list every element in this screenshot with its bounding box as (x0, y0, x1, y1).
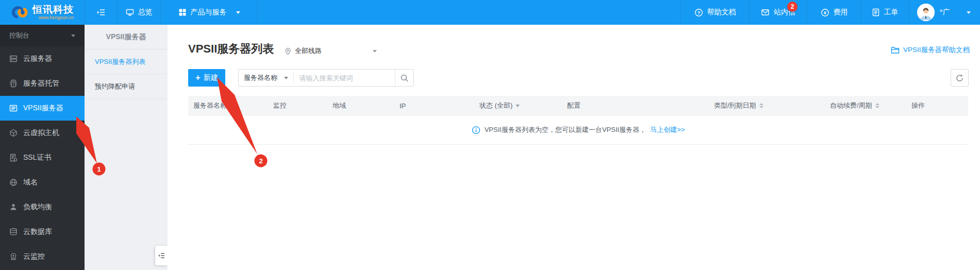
column-server-name: 服务器名称 (193, 96, 234, 115)
sidebar-item-server-hosting[interactable]: 服务器托管 (0, 71, 85, 96)
refresh-button[interactable] (951, 69, 969, 87)
console-selector[interactable]: 控制台 (0, 25, 85, 46)
refresh-icon (955, 74, 964, 82)
logo[interactable]: 恒讯科技 www.hengxun.cn (0, 0, 85, 25)
search-button[interactable] (395, 70, 413, 86)
sidebar-item-vpsii-server[interactable]: VPSII服务器 (0, 96, 85, 121)
vpsii-list-icon (9, 104, 18, 112)
svg-text:?: ? (697, 10, 700, 15)
nav-help-docs[interactable]: ? 帮助文档 (680, 0, 749, 25)
line-filter-select[interactable]: 全部线路 (284, 46, 377, 56)
messages-count-badge: 2 (787, 2, 798, 12)
sidebar-item-label: 服务器托管 (23, 79, 59, 88)
nav-fees[interactable]: ¥ 费用 (807, 0, 861, 25)
webcam-icon (9, 252, 18, 261)
yuan-circle-icon: ¥ (821, 8, 829, 17)
collapse-icon (96, 8, 105, 16)
empty-state-text: VPSII服务器列表为空，您可以新建一台VPSII服务器， (485, 125, 646, 134)
sidebar: 控制台 云服务器 服务器托 (0, 25, 85, 270)
column-region: 地域 (333, 96, 346, 115)
sort-icon[interactable] (759, 103, 763, 108)
sidebar-item-cloud-database[interactable]: 云数据库 (0, 220, 85, 244)
avatar (917, 4, 935, 21)
column-ip: IP (400, 96, 406, 115)
sidebar-item-cloud-server[interactable]: 云服务器 (0, 46, 85, 71)
column-monitoring: 监控 (273, 96, 287, 115)
ticket-doc-icon (872, 8, 880, 16)
sidebar-item-ssl-cert[interactable]: SSL证书 (0, 145, 85, 170)
submenu-title: VPSII服务器 (85, 25, 168, 49)
column-actions: 操作 (911, 96, 925, 115)
svg-text:¥: ¥ (823, 9, 826, 15)
empty-state: VPSII服务器列表为空，您可以新建一台VPSII服务器， 马上创建>> (188, 115, 968, 145)
nav-help-label: 帮助文档 (707, 8, 736, 17)
menu-collapse-icon (158, 252, 165, 259)
submenu-item-label: 预约降配申请 (95, 82, 135, 91)
sidebar-item-load-balancer[interactable]: 负载均衡 (0, 195, 85, 220)
logo-url: www.hengxun.cn (32, 15, 74, 20)
info-icon (472, 126, 480, 134)
sidebar-item-cloud-monitoring[interactable]: 云监控 (0, 244, 85, 269)
submenu-collapse-toggle[interactable] (155, 246, 168, 265)
vpsii-help-label: VPSII服务器帮助文档 (903, 45, 970, 55)
line-filter-chevron-icon (373, 50, 377, 53)
create-now-link[interactable]: 马上创建>> (650, 125, 685, 134)
submenu-item-downgrade-request[interactable]: 预约降配申请 (85, 74, 168, 99)
search-group: 服务器名称 (238, 69, 414, 87)
sort-icon[interactable] (230, 103, 234, 108)
app-root: 恒讯科技 www.hengxun.cn 总览 (0, 0, 980, 270)
nav-overview-label: 总览 (138, 8, 153, 17)
line-filter-value: 全部线路 (295, 46, 322, 56)
certificate-icon (9, 154, 18, 162)
sidebar-item-cloud-vhost[interactable]: 云虚拟主机 (0, 121, 85, 145)
main-content: VPSII服务器列表 全部线路 VPSII服务器帮助文档 (168, 25, 980, 270)
nav-overview[interactable]: 总览 (118, 0, 161, 25)
grid-icon (178, 8, 187, 16)
console-label: 控制台 (9, 31, 29, 40)
plus-icon: + (195, 74, 200, 82)
cloud-server-icon (9, 55, 18, 63)
submenu-item-vpsii-list[interactable]: VPSII服务器列表 (85, 49, 168, 74)
folder-icon (891, 46, 900, 54)
search-field-chevron-icon (284, 77, 288, 79)
sidebar-item-label: 云服务器 (23, 54, 52, 63)
nav-tickets[interactable]: 工单 (861, 0, 908, 25)
topbar: 恒讯科技 www.hengxun.cn 总览 (0, 0, 980, 25)
cube-icon (9, 129, 18, 137)
submenu-item-label: VPSII服务器列表 (95, 57, 145, 66)
location-pin-icon (284, 47, 292, 55)
create-button[interactable]: + 新建 (188, 69, 225, 87)
sidebar-item-label: 云数据库 (23, 227, 52, 237)
server-hosting-icon (9, 79, 18, 88)
nav-fees-label: 费用 (834, 8, 848, 17)
nav-tickets-label: 工单 (884, 8, 899, 17)
monitor-icon (126, 8, 134, 16)
column-configuration: 配置 (567, 96, 580, 115)
user-menu[interactable]: *广 (908, 0, 980, 25)
submenu: VPSII服务器 VPSII服务器列表 预约降配申请 (85, 25, 168, 270)
vpsii-help-link[interactable]: VPSII服务器帮助文档 (891, 45, 970, 55)
person-icon (9, 203, 18, 211)
logo-mark-icon (10, 3, 29, 22)
search-field-select[interactable]: 服务器名称 (239, 70, 293, 86)
search-field-value: 服务器名称 (244, 73, 277, 82)
column-auto-renew: 自动续费/周期 (830, 96, 879, 115)
sidebar-item-label: 负载均衡 (23, 202, 52, 212)
nav-products-label: 产品与服务 (191, 8, 227, 17)
chevron-down-icon (236, 11, 240, 14)
sort-icon[interactable] (875, 103, 879, 108)
logo-title: 恒讯科技 (32, 5, 74, 14)
nav-messages[interactable]: 站内信 2 (749, 0, 807, 25)
username: *广 (940, 8, 950, 17)
page-title: VPSII服务器列表 (188, 41, 274, 57)
sidebar-item-domain[interactable]: 域名 (0, 170, 85, 195)
sidebar-collapse-button[interactable] (85, 0, 118, 25)
nav-products[interactable]: 产品与服务 (161, 0, 258, 25)
search-input[interactable] (294, 70, 395, 86)
globe-icon (9, 178, 18, 187)
column-status-filter[interactable]: 状态 (全部) (479, 96, 520, 115)
sidebar-item-label: 域名 (23, 178, 38, 187)
table-header: 服务器名称 监控 地域 IP 状态 (全部) 配置 (188, 96, 968, 115)
sidebar-item-label: VPSII服务器 (23, 104, 63, 113)
sidebar-item-label: SSL证书 (23, 153, 51, 162)
